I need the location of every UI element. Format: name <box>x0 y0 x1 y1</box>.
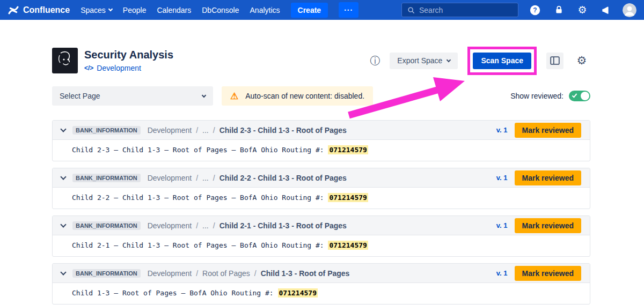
nav-item-spaces[interactable]: Spaces <box>80 6 112 14</box>
breadcrumb-item[interactable]: ... <box>202 174 209 182</box>
finding-type-badge: BANK_INFORMATION <box>72 174 141 182</box>
top-nav: Confluence Spaces People Calendars DbCon… <box>0 0 644 20</box>
admin-lock-button[interactable] <box>552 3 566 17</box>
breadcrumb-item[interactable]: ... <box>202 126 209 135</box>
chevron-down-icon[interactable] <box>60 126 66 132</box>
autoscan-warning-banner: ⚠ Auto-scan of new content: disabled. <box>222 86 373 106</box>
select-page-dropdown[interactable]: Select Page <box>52 86 213 106</box>
nav-item-label: Spaces <box>80 6 106 14</box>
breadcrumb-item[interactable]: ... <box>202 221 209 230</box>
chevron-down-icon <box>447 57 451 62</box>
breadcrumb-item[interactable]: Development <box>148 126 192 135</box>
more-menu-button[interactable]: ··· <box>339 2 358 18</box>
question-icon: ? <box>529 4 541 16</box>
avatar <box>623 3 636 17</box>
chevron-down-icon[interactable] <box>60 221 66 227</box>
warning-text: Auto-scan of new content: disabled. <box>245 92 364 100</box>
breadcrumb-separator: / <box>196 126 198 135</box>
breadcrumb-separator: / <box>254 269 257 278</box>
check-icon <box>572 92 577 98</box>
search-icon <box>407 6 415 14</box>
breadcrumb: Development / ... / Child 2-3 - Child 1-… <box>148 126 347 135</box>
finding-header: BANK_INFORMATION Development / ... / Chi… <box>53 168 590 188</box>
nav-item-dbconsole[interactable]: DbConsole <box>202 6 239 14</box>
show-reviewed-toggle[interactable] <box>569 91 590 101</box>
main-content: Security Analysis </> Development ⓘ Expo… <box>0 20 644 304</box>
mark-reviewed-button[interactable]: Mark reviewed <box>515 123 582 138</box>
chevron-down-icon <box>202 93 206 97</box>
breadcrumb-item-current[interactable]: Child 1-3 - Root of Pages <box>261 269 350 278</box>
create-button[interactable]: Create <box>291 3 328 18</box>
page-header: Security Analysis </> Development ⓘ Expo… <box>52 48 590 73</box>
finding-card: BANK_INFORMATION Development / Root of P… <box>52 263 590 304</box>
scan-space-wrap: Scan Space <box>473 53 531 69</box>
breadcrumb-item[interactable]: Development <box>148 221 192 230</box>
finding-type-badge: BANK_INFORMATION <box>72 126 141 135</box>
lock-icon <box>554 5 564 15</box>
nav-item-analytics[interactable]: Analytics <box>250 6 280 14</box>
announcements-button[interactable] <box>599 3 613 17</box>
finding-card: BANK_INFORMATION Development / ... / Chi… <box>52 168 590 209</box>
settings-button[interactable]: ⚙ <box>575 3 589 17</box>
select-page-label: Select Page <box>60 92 100 100</box>
search-input[interactable] <box>419 6 513 14</box>
breadcrumb: Development / Root of Pages / Child 1-3 … <box>148 269 350 278</box>
mark-reviewed-button[interactable]: Mark reviewed <box>515 266 582 281</box>
show-reviewed-label: Show reviewed: <box>510 92 564 100</box>
finding-text: Child 2-3 – Child 1-3 – Root of Pages – … <box>72 146 328 154</box>
profile-button[interactable] <box>623 3 636 17</box>
search-box <box>401 3 518 17</box>
sensitive-data-highlight: 071214579 <box>278 288 318 297</box>
warning-icon: ⚠ <box>230 92 238 101</box>
finding-header: BANK_INFORMATION Development / Root of P… <box>53 264 590 283</box>
findings-list: BANK_INFORMATION Development / ... / Chi… <box>52 120 590 304</box>
version-label[interactable]: v. 1 <box>496 269 508 277</box>
chevron-down-icon[interactable] <box>60 269 66 275</box>
nav-item-people[interactable]: People <box>123 6 147 14</box>
header-actions: ⓘ Export Space Scan Space ⚙ <box>370 53 590 69</box>
megaphone-icon <box>601 5 611 16</box>
confluence-logo-icon <box>8 4 19 16</box>
sensitive-data-highlight: 071214579 <box>328 145 368 154</box>
finding-content: Child 2-3 – Child 1-3 – Root of Pages – … <box>53 140 590 161</box>
finding-header: BANK_INFORMATION Development / ... / Chi… <box>53 216 590 235</box>
breadcrumb-separator: / <box>196 221 198 230</box>
breadcrumb: Development / ... / Child 2-1 - Child 1-… <box>148 221 347 230</box>
breadcrumb-separator: / <box>213 221 215 230</box>
finding-header: BANK_INFORMATION Development / ... / Chi… <box>53 121 590 140</box>
gear-icon: ⚙ <box>577 54 587 67</box>
sidebar-toggle-button[interactable] <box>546 53 564 69</box>
breadcrumb-item[interactable]: Development <box>148 269 192 278</box>
ellipsis-icon: ··· <box>344 6 353 14</box>
finding-content: Child 1-3 – Root of Pages – BofA Ohio Ro… <box>53 283 590 304</box>
mark-reviewed-button[interactable]: Mark reviewed <box>515 218 582 233</box>
show-reviewed-group: Show reviewed: <box>510 91 590 101</box>
gear-icon: ⚙ <box>577 4 587 16</box>
breadcrumb-separator: / <box>196 269 198 278</box>
help-button[interactable]: ? <box>528 3 542 17</box>
breadcrumb-separator: / <box>196 174 198 182</box>
breadcrumb-item[interactable]: Development <box>148 174 192 182</box>
space-settings-button[interactable]: ⚙ <box>573 53 590 69</box>
space-link[interactable]: </> Development <box>84 64 173 72</box>
info-button[interactable]: ⓘ <box>370 56 380 66</box>
breadcrumb-item-current[interactable]: Child 2-1 - Child 1-3 - Root of Pages <box>219 221 347 230</box>
breadcrumb-item[interactable]: Root of Pages <box>202 269 250 278</box>
sensitive-data-highlight: 071214579 <box>328 193 368 202</box>
sensitive-data-highlight: 071214579 <box>328 241 368 250</box>
chevron-down-icon[interactable] <box>60 174 66 180</box>
version-label[interactable]: v. 1 <box>496 174 508 182</box>
title-block: Security Analysis </> Development <box>84 49 173 72</box>
brand-label: Confluence <box>23 5 70 15</box>
scan-space-button[interactable]: Scan Space <box>473 53 531 69</box>
breadcrumb-item-current[interactable]: Child 2-3 - Child 1-3 - Root of Pages <box>219 126 347 135</box>
mark-reviewed-button[interactable]: Mark reviewed <box>515 170 582 185</box>
export-space-button[interactable]: Export Space <box>390 53 458 69</box>
breadcrumb-item-current[interactable]: Child 2-2 - Child 1-3 - Root of Pages <box>219 174 347 182</box>
export-space-label: Export Space <box>397 56 442 65</box>
version-label[interactable]: v. 1 <box>496 126 508 134</box>
nav-item-calendars[interactable]: Calendars <box>157 6 191 14</box>
chevron-down-icon <box>108 7 113 11</box>
confluence-home-link[interactable]: Confluence <box>8 4 70 16</box>
version-label[interactable]: v. 1 <box>496 221 508 229</box>
